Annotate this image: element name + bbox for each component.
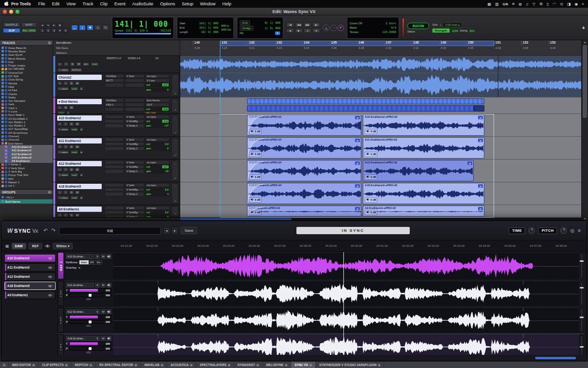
clip-handle-icon[interactable]: ⋮ (522, 281, 525, 284)
track-list-item-v-verb-big[interactable]: V Verb Big (0, 170, 53, 173)
track-list-item-a12-endharm4[interactable]: A12 EndHarm4 (0, 152, 53, 156)
clip-gain-badge[interactable]: 0 dB (249, 210, 262, 215)
stop-button[interactable]: ■ (286, 28, 294, 33)
dock-overview-icon[interactable]: ◎ (0, 362, 9, 368)
io-input-bus[interactable]: End Harms (145, 98, 170, 102)
lane-mini-knob[interactable] (86, 352, 91, 353)
track-list-item-a11-endharm3[interactable]: A11 EndHarm3 (0, 149, 53, 152)
count-off-value[interactable]: 2 bars (386, 21, 396, 25)
ref-tab[interactable]: REF (29, 243, 42, 249)
lane-chorus1[interactable] (180, 56, 581, 73)
io-input[interactable]: no input (145, 74, 170, 78)
nudge-field-label[interactable]: Nudge (240, 26, 253, 31)
track-list-item-mix[interactable]: MIX (0, 177, 53, 180)
lane-a18-endharm5[interactable]: A18 EndHarm5-ePRO-040 dB⇄A18 EndHarm5-eP… (180, 182, 581, 205)
solo-button[interactable]: S (69, 144, 74, 149)
lane-tag[interactable]: ▴1▾ (58, 334, 64, 355)
mute-button[interactable]: M (76, 62, 81, 66)
clip-loop-icon[interactable]: ⇄ (478, 139, 483, 142)
insert-slot-empty[interactable]: · (105, 146, 124, 150)
window-size-dropdown[interactable]: 500ms▾ (53, 243, 73, 249)
dock-tab-melodyne[interactable]: MELODYNE⊞ (263, 362, 292, 368)
zoom-preset-4[interactable]: 4 (57, 28, 62, 32)
strength-chip[interactable]: Strength: (432, 28, 450, 33)
inp-button[interactable]: I (63, 81, 68, 85)
track-list-item-verb[interactable]: Verb (0, 103, 53, 106)
pre-roll-button[interactable]: ◔ (330, 25, 337, 31)
lane-a9-endharm1[interactable]: A9 EndHarm1-ePRO-040 dB⇄A9 EndHarm1-ePRO… (180, 205, 581, 218)
folder-summary-bar-2[interactable] (247, 105, 474, 112)
eye-icon[interactable] (47, 275, 53, 278)
send-slot-empty[interactable]: · (125, 103, 144, 107)
track-list-item-v-love[interactable]: V Love (0, 110, 53, 113)
clip-a12-endharm4-epro-02[interactable]: A12 EndHarm4-ePRO-020 dB⇄ (363, 160, 474, 181)
eye-icon[interactable] (47, 266, 53, 269)
fold-collapse-icon[interactable]: ◂ (174, 154, 176, 157)
scroll-up-arrow[interactable]: ▴ (582, 40, 588, 44)
pitch-slider[interactable]: 100 (69, 293, 111, 297)
track-fold-controls[interactable]: ⋮◂ (171, 206, 179, 216)
io-input[interactable]: no input (145, 183, 170, 187)
io-input[interactable]: no input (145, 138, 170, 142)
edit-horizontal-scroll-thumb[interactable] (180, 218, 292, 220)
view-selector-chip[interactable]: ∿ wave (57, 173, 69, 177)
clip-gain-badge[interactable]: 0 dB (365, 210, 377, 215)
menu-item-track[interactable]: Track (82, 1, 93, 6)
io-input[interactable]: no input (145, 115, 170, 119)
vslider-handle[interactable] (580, 287, 584, 288)
menu-item-setup[interactable]: Setup (182, 1, 194, 6)
send-slot-v-delay-1[interactable]: V Delay 1 (125, 169, 144, 173)
bar-number[interactable]: 153 (550, 41, 556, 44)
track-list-item-master-1[interactable]: Master 1 (0, 180, 53, 184)
fold-collapse-icon[interactable]: ◂ (174, 212, 176, 215)
pitch-slider-knob[interactable] (89, 320, 92, 323)
clip-gain-badge[interactable]: 0 dB (249, 152, 262, 157)
view-selector-chip[interactable]: ∿ wave (57, 127, 69, 131)
loop-playback-button[interactable]: ⇄ (312, 28, 320, 33)
mute-button[interactable]: M (75, 144, 80, 149)
send-slot-v-delay-1[interactable]: V Delay 1 (125, 192, 144, 196)
menu-search-icon[interactable]: ⊙ (560, 2, 563, 6)
clip-a18-endharm5-epro-02[interactable]: A18 EndHarm5-ePRO-020 dB⇄ (363, 183, 484, 204)
insert-slot-empty[interactable]: · (105, 160, 124, 164)
rec-button[interactable]: ○ (57, 62, 62, 66)
clip-loop-icon[interactable]: ⇄ (355, 139, 360, 142)
solo-button[interactable]: S (69, 167, 74, 172)
undo-icon[interactable]: ↶ (44, 227, 48, 234)
menu-music-icon[interactable]: ♫ (526, 2, 528, 6)
clip-handle-icon[interactable]: ⋮ (156, 308, 159, 311)
pitch-slider[interactable]: 100 (69, 320, 111, 324)
clip-gain-badge[interactable]: 0 dB (365, 197, 377, 203)
dock-tab-sync-vx[interactable]: SYNC VX⊞ (291, 362, 316, 368)
save-preset-button[interactable]: Save (181, 227, 197, 234)
mute-button-a11-endhar[interactable]: M (101, 283, 106, 288)
mute-button[interactable]: M (69, 105, 74, 110)
timeline-ruler[interactable]: Bars|Beats Min:Secs Markers 1404:181414:… (53, 40, 581, 56)
expand-arrow-icon[interactable]: ▸ (79, 150, 84, 154)
clip-loop-icon[interactable]: ⇄ (467, 161, 472, 165)
group-item-all[interactable]: <ALL> (0, 195, 53, 199)
send-slot-empty[interactable]: · (125, 83, 144, 87)
strength-value[interactable]: 100% (451, 29, 458, 32)
send-slot-v-verbbig[interactable]: V VerbBig (125, 188, 144, 192)
plugin-horizontal-scroll-thumb[interactable] (535, 357, 576, 359)
plugin-track-chip-a12-endharm4[interactable]: A12 EndHarm4 (4, 272, 56, 281)
track-list-item-pump-that-shit[interactable]: Pump That Shit (0, 174, 53, 177)
pencil-tool-button[interactable]: ✎ (102, 25, 109, 31)
rewind-button[interactable]: ◀◀ (295, 22, 303, 27)
clip-a18-endharm5-epro-04[interactable]: A18 EndHarm5-ePRO-040 dB⇄ (247, 183, 361, 204)
lane-up-icon[interactable]: ▴ (60, 316, 62, 318)
minimize-window-button[interactable] (9, 10, 13, 14)
plugin-track-chip-a10-endharm2[interactable]: A10 EndHarm2 (4, 254, 56, 262)
track-vol-display[interactable]: vol0.0 (145, 142, 170, 146)
send-slot-v-verb[interactable]: V Verb (125, 183, 144, 187)
automation-mode-chip[interactable]: over (57, 111, 65, 114)
bar-number[interactable]: 141 (222, 41, 228, 44)
visibility-eye-icon[interactable] (45, 244, 50, 248)
menu-gear-icon[interactable]: ⚙ (540, 2, 543, 6)
solo-button[interactable]: S (70, 62, 75, 66)
track-list-item-orca-string[interactable]: Orca String (0, 78, 53, 81)
fold-collapse-icon[interactable]: ◂ (174, 92, 176, 95)
bar-number[interactable]: 147 (386, 41, 392, 44)
clip-gain-badge[interactable]: 0 dB (249, 129, 262, 134)
